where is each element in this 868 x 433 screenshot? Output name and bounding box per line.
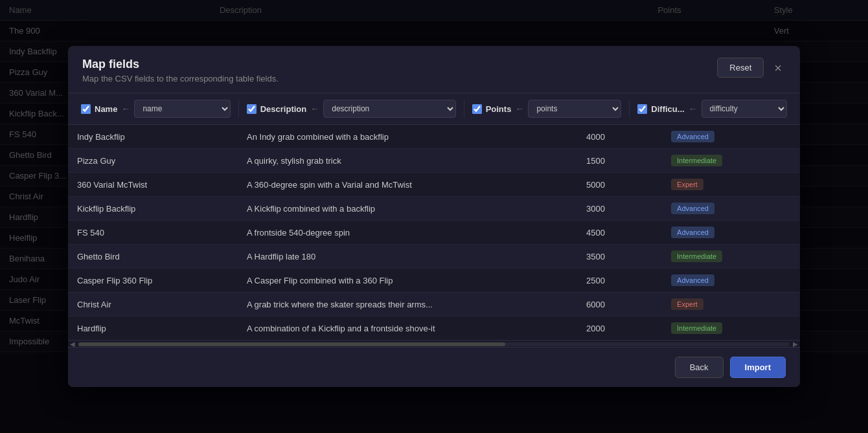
table-row: 360 Varial McTwistA 360-degree spin with…: [68, 173, 800, 197]
map-fields-modal: Map fields Map the CSV fields to the cor…: [68, 46, 800, 387]
difficulty-badge: Intermediate: [671, 250, 722, 262]
difficulty-badge: Advanced: [671, 203, 714, 214]
scroll-track[interactable]: [78, 342, 790, 346]
reset-button[interactable]: Reset: [717, 58, 764, 78]
map-col-name: Name←name: [76, 100, 236, 118]
map-select-difficulty[interactable]: difficulty: [702, 100, 787, 118]
data-table-wrapper[interactable]: Indy BackflipAn Indy grab combined with …: [68, 125, 800, 340]
modal-footer: Back Import: [68, 347, 800, 387]
map-col-label-points: Points: [486, 104, 512, 114]
scroll-right-arrow[interactable]: ▶: [791, 341, 800, 348]
table-row: FS 540A frontside 540-degree spin4500Adv…: [68, 221, 800, 245]
table-row: HardflipA combination of a Kickflip and …: [68, 316, 800, 340]
modal-overlay: Map fields Map the CSV fields to the cor…: [0, 0, 868, 433]
difficulty-badge: Advanced: [671, 131, 714, 142]
table-row: Kickflip BackflipA Kickflip combined wit…: [68, 197, 800, 221]
map-col-label-name: Name: [95, 104, 117, 114]
map-arrow-icon: ←: [515, 104, 524, 114]
map-checkbox-difficulty[interactable]: [637, 104, 647, 114]
map-arrow-icon: ←: [310, 104, 319, 114]
map-col-description: Description←description: [242, 100, 461, 118]
close-button[interactable]: ×: [770, 60, 786, 76]
map-col-difficulty: Difficu...←difficulty: [632, 100, 792, 118]
difficulty-badge: Advanced: [671, 274, 714, 286]
map-checkbox-description[interactable]: [247, 104, 257, 114]
mapped-data-table: Indy BackflipAn Indy grab combined with …: [68, 125, 800, 340]
horizontal-scrollbar[interactable]: ◀ ▶: [68, 340, 800, 347]
column-mapping-header: Name←nameDescription←descriptionPoints←p…: [68, 93, 800, 125]
difficulty-badge: Advanced: [671, 227, 714, 238]
map-col-label-description: Description: [260, 104, 307, 114]
table-row: Casper Flip 360 FlipA Casper Flip combin…: [68, 269, 800, 293]
map-checkbox-name[interactable]: [81, 104, 91, 114]
scroll-left-arrow[interactable]: ◀: [68, 341, 77, 348]
map-select-points[interactable]: points: [528, 100, 621, 118]
table-row: Indy BackflipAn Indy grab combined with …: [68, 125, 800, 149]
map-arrow-icon: ←: [121, 104, 130, 114]
back-button[interactable]: Back: [675, 357, 724, 378]
map-select-description[interactable]: description: [323, 100, 455, 118]
map-arrow-icon: ←: [689, 104, 698, 114]
map-col-points: Points←points: [467, 100, 627, 118]
difficulty-badge: Expert: [671, 298, 703, 310]
difficulty-badge: Expert: [671, 179, 703, 190]
modal-title: Map fields: [82, 58, 279, 71]
table-row: Pizza GuyA quirky, stylish grab trick150…: [68, 149, 800, 173]
table-row: Christ AirA grab trick where the skater …: [68, 293, 800, 316]
map-col-label-difficulty: Difficu...: [651, 104, 684, 114]
table-row: Ghetto BirdA Hardflip late 1803500Interm…: [68, 245, 800, 269]
scroll-thumb: [78, 342, 505, 346]
map-select-name[interactable]: name: [134, 100, 230, 118]
import-button[interactable]: Import: [730, 357, 786, 378]
difficulty-badge: Intermediate: [671, 155, 722, 166]
modal-header: Map fields Map the CSV fields to the cor…: [68, 46, 800, 93]
difficulty-badge: Intermediate: [671, 322, 722, 334]
modal-subtitle: Map the CSV fields to the corresponding …: [82, 74, 279, 83]
map-checkbox-points[interactable]: [472, 104, 482, 114]
